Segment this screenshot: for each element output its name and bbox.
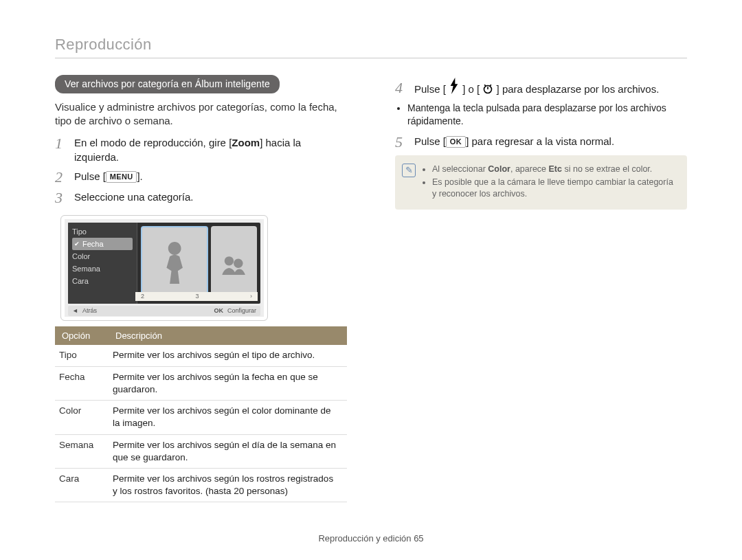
step-number: 3: [55, 190, 67, 205]
lcd-menu-item-tipo: Tipo: [72, 225, 133, 238]
text: ] para desplazarse por los archivos.: [497, 83, 660, 95]
th-description: Descripción: [109, 326, 347, 346]
step-5: 5 Pulse [OK] para regresar a la vista no…: [395, 135, 687, 150]
text: si no se extrae el color.: [562, 164, 652, 174]
text: Pulse [: [74, 170, 106, 182]
opt-cell: Tipo: [55, 345, 109, 366]
table-row: Color Permite ver los archivos según el …: [55, 401, 347, 434]
svg-point-1: [234, 258, 243, 267]
step-2: 2 Pulse [MENU].: [55, 170, 347, 185]
step-number: 2: [55, 170, 67, 185]
num: 2: [141, 292, 144, 300]
check-icon: ✔: [74, 239, 80, 249]
text: ] para regresar a la vista normal.: [466, 135, 614, 147]
person-silhouette-icon: [155, 234, 194, 291]
text: Pulse [: [414, 83, 446, 95]
note-line-1: Al seleccionar Color, aparece Etc si no …: [432, 164, 679, 175]
step-number: 5: [395, 135, 407, 150]
table-row: Fecha Permite ver los archivos según la …: [55, 366, 347, 400]
lcd-thumb-selected: [141, 226, 208, 300]
intro-text: Visualice y administre archivos por cate…: [55, 100, 347, 128]
lcd-thumb-next: [211, 226, 257, 300]
opt-cell: Semana: [55, 434, 109, 468]
text: Al seleccionar: [432, 164, 488, 174]
opt-cell: Cara: [55, 468, 109, 502]
config-label: Configurar: [227, 306, 256, 315]
svg-marker-2: [451, 78, 458, 94]
step-4: 4 Pulse [ ] o [ ] para desplazarse por l…: [395, 80, 687, 96]
text: Pulse [: [414, 135, 446, 147]
lcd-menu-item-semana: Semana: [72, 262, 133, 275]
num: 3: [196, 292, 199, 300]
table-row: Tipo Permite ver los archivos según el t…: [55, 345, 347, 366]
lcd-menu-item-fecha-selected: ✔ Fecha: [72, 238, 133, 250]
ok-label: OK: [214, 306, 223, 315]
svg-line-6: [490, 85, 491, 86]
two-heads-icon: [220, 234, 247, 293]
step-number: 4: [395, 80, 407, 96]
lcd-menu-item-color: Color: [72, 250, 133, 262]
lcd-bottom-bar: ◄ Atrás OK Configurar: [68, 306, 260, 316]
step-number: 1: [55, 136, 67, 164]
desc-cell: Permite ver los archivos según la fecha …: [109, 366, 347, 400]
ok-button-icon: OK: [446, 136, 466, 148]
bullet: Mantenga la tecla pulsada para desplazar…: [407, 102, 687, 128]
bold: Color: [488, 164, 510, 174]
desc-cell: Permite ver los archivos según el tipo d…: [109, 345, 347, 366]
table-row: Cara Permite ver los archivos según los …: [55, 468, 347, 502]
bold: Etc: [549, 164, 562, 174]
right-column: 4 Pulse [ ] o [ ] para desplazarse por l…: [395, 75, 687, 502]
page-footer: Reproducción y edición 65: [0, 533, 742, 544]
step-text: En el modo de reproducción, gire [Zoom] …: [74, 136, 347, 164]
step-3: 3 Seleccione una categoría.: [55, 190, 347, 205]
lcd-menu-item-cara: Cara: [72, 275, 133, 287]
step-1: 1 En el modo de reproducción, gire [Zoom…: [55, 136, 347, 164]
subsection-pill: Ver archivos por categoría en Álbum inte…: [55, 75, 280, 93]
note-line-2: Es posible que a la cámara le lleve tiem…: [432, 177, 679, 200]
note-box: ✎ Al seleccionar Color, aparece Etc si n…: [395, 155, 687, 210]
options-table: Opción Descripción Tipo Permite ver los …: [55, 326, 347, 503]
text: ].: [137, 170, 142, 182]
section-header: Reproducción: [55, 36, 687, 54]
step-text: Pulse [MENU].: [74, 170, 347, 185]
step-text: Pulse [ ] o [ ] para desplazarse por los…: [414, 80, 687, 96]
desc-cell: Permite ver los archivos según los rostr…: [109, 468, 347, 502]
header-rule: [55, 58, 687, 58]
camera-lcd-mockup: Tipo ✔ Fecha Color Semana Cara: [60, 215, 268, 321]
opt-cell: Color: [55, 401, 109, 434]
zoom-label: Zoom: [232, 137, 260, 148]
svg-point-0: [225, 256, 234, 265]
th-option: Opción: [55, 326, 109, 346]
menu-button-icon: MENU: [106, 171, 137, 183]
note-icon: ✎: [402, 164, 416, 177]
step-text: Seleccione una categoría.: [74, 190, 347, 205]
text: En el modo de reproducción, gire [: [74, 137, 232, 148]
arrow-left-icon: ◄: [72, 306, 78, 315]
flash-icon: [449, 80, 460, 91]
label: Fecha: [82, 238, 104, 250]
self-timer-icon: [482, 83, 493, 94]
svg-line-5: [484, 85, 486, 86]
opt-cell: Fecha: [55, 366, 109, 400]
lcd-category-menu: Tipo ✔ Fecha Color Semana Cara: [68, 223, 137, 304]
step-text: Pulse [OK] para regresar a la vista norm…: [414, 135, 687, 150]
back-label: Atrás: [82, 306, 97, 315]
text: , aparece: [510, 164, 549, 174]
table-row: Semana Permite ver los archivos según el…: [55, 434, 347, 468]
text: ] o [: [462, 83, 480, 95]
step-4-bullets: Mantenga la tecla pulsada para desplazar…: [395, 102, 687, 128]
desc-cell: Permite ver los archivos según el color …: [109, 401, 347, 434]
desc-cell: Permite ver los archivos según el día de…: [109, 434, 347, 468]
lcd-thumb-bar: 2 3 ›: [135, 292, 258, 301]
left-column: Ver archivos por categoría en Álbum inte…: [55, 75, 347, 502]
arrow-right-icon: ›: [250, 292, 252, 300]
